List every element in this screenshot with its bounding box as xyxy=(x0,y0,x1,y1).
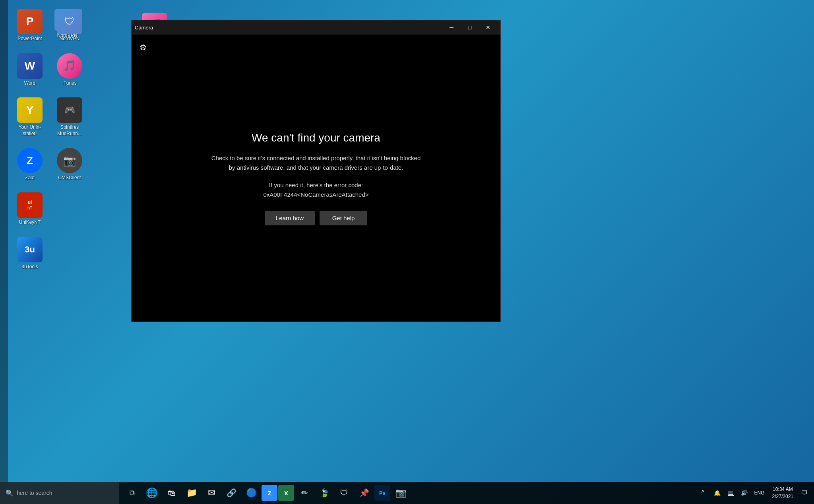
desktop-icon-itunes2[interactable]: 🎵 iTunes xyxy=(48,50,91,90)
cmsclient-icon: 📷 xyxy=(57,148,82,173)
uninstaller-icon: Y xyxy=(17,97,43,123)
learn-how-button[interactable]: Learn how xyxy=(265,211,315,225)
minimize-button[interactable]: ─ xyxy=(442,20,461,35)
close-button[interactable]: ✕ xyxy=(479,20,497,35)
error-description: Check to be sure it's connected and inst… xyxy=(209,153,423,173)
error-content: We can't find your camera Check to be su… xyxy=(201,123,431,233)
error-code-label: If you need it, here's the error code: xyxy=(209,180,423,190)
taskbar-search[interactable]: 🔍 here to search xyxy=(0,482,119,504)
word-icon: W xyxy=(17,53,43,79)
taskbar-explorer-button[interactable]: 📁 xyxy=(182,482,201,504)
error-code-value: 0xA00F4244<NoCamerasAreAttached> xyxy=(209,190,423,200)
settings-button[interactable]: ⚙ xyxy=(138,41,148,54)
nordvpn-icon2: 🛡 xyxy=(57,9,82,34)
tray-chevron[interactable]: ^ xyxy=(697,485,709,501)
uninstaller-label: Your Unin-staller! xyxy=(13,124,47,137)
window-titlebar: Camera ─ □ ✕ xyxy=(132,20,500,35)
spintires-label: Spintires MudRunn... xyxy=(52,124,87,137)
tray-icons-group: 🔔 💻 🔊 ENG xyxy=(711,485,767,501)
taskbar-leaf-button[interactable]: 🍃 xyxy=(315,482,334,504)
desktop: 🛡 NordVPN 🎵 iTunes P PowerPoint W Word Y… xyxy=(0,0,814,504)
desktop-icon-powerpoint[interactable]: P PowerPoint xyxy=(8,6,52,45)
tray-time-value: 10:34 AM xyxy=(773,486,793,493)
tray-network-icon[interactable]: 💻 xyxy=(725,485,737,501)
zalo-icon: Z xyxy=(17,148,43,173)
powerpoint-label: PowerPoint xyxy=(17,36,42,42)
left-icons-col2: 🛡 NordVPN 🎵 iTunes 🎮 Spintires MudRunn..… xyxy=(48,4,91,186)
taskbar-store-button[interactable]: 🛍 xyxy=(162,482,181,504)
itunes-icon2: 🎵 xyxy=(57,53,82,79)
window-body: ⚙ We can't find your camera Check to be … xyxy=(132,35,500,322)
desktop-icon-3utools[interactable]: 3u 3uTools xyxy=(8,234,52,273)
3utools-icon: 3u xyxy=(17,237,43,262)
zalo-label: Zalo xyxy=(25,175,34,181)
camera-window: Camera ─ □ ✕ ⚙ We can't find your camera… xyxy=(131,20,501,322)
maximize-button[interactable]: □ xyxy=(461,20,479,35)
taskbar-pencil-button[interactable]: ✏ xyxy=(295,482,314,504)
tray-date-value: 2/27/2021 xyxy=(772,493,793,500)
tray-notification-icon[interactable]: 🔔 xyxy=(711,485,724,501)
taskbar: 🔍 here to search ⧉ 🌐 🛍 📁 ✉ 🔗 🔵 Z X ✏ 🍃 🛡… xyxy=(0,482,814,504)
nordvpn-label2: NordVPN xyxy=(60,36,80,42)
3utools-label: 3uTools xyxy=(21,264,38,270)
unikey-label: UniKeyNT xyxy=(19,219,41,226)
taskbar-shield-button[interactable]: 🛡 xyxy=(335,482,354,504)
word-label: Word xyxy=(24,80,35,87)
error-buttons: Learn how Get help xyxy=(209,211,423,225)
cmsclient-label: CMSClient xyxy=(58,175,81,181)
error-title: We can't find your camera xyxy=(209,131,423,145)
taskbar-icons: ⧉ 🌐 🛍 📁 ✉ 🔗 🔵 Z X ✏ 🍃 🛡 📌 Ps 📷 xyxy=(122,482,410,504)
taskbar-mail-button[interactable]: ✉ xyxy=(202,482,221,504)
spintires-icon: 🎮 xyxy=(57,97,82,123)
taskbar-photoshop-button[interactable]: Ps xyxy=(374,485,390,501)
desktop-icon-zalo[interactable]: Z Zalo xyxy=(8,145,52,184)
tray-clock[interactable]: 10:34 AM 2/27/2021 xyxy=(769,486,797,500)
taskbar-camera-button[interactable]: 📷 xyxy=(391,482,410,504)
desktop-icon-nordvpn2[interactable]: 🛡 NordVPN xyxy=(48,6,91,45)
taskbar-chrome-button[interactable]: 🔵 xyxy=(242,482,261,504)
taskbar-link-button[interactable]: 🔗 xyxy=(222,482,241,504)
window-title: Camera xyxy=(135,25,153,31)
left-icons-col1: P PowerPoint W Word Y Your Unin-staller!… xyxy=(8,4,52,275)
taskbar-edge-button[interactable]: 🌐 xyxy=(142,482,161,504)
get-help-button[interactable]: Get help xyxy=(320,211,367,225)
desktop-icon-word[interactable]: W Word xyxy=(8,50,52,90)
window-controls: ─ □ ✕ xyxy=(442,20,497,35)
tray-volume-icon[interactable]: 🔊 xyxy=(738,485,751,501)
tray-language-icon[interactable]: ENG xyxy=(752,485,767,501)
taskbar-pin-button[interactable]: 📌 xyxy=(355,482,374,504)
taskbar-taskview-button[interactable]: ⧉ xyxy=(122,482,141,504)
system-tray: ^ 🔔 💻 🔊 ENG 10:34 AM 2/27/2021 🗨 xyxy=(697,482,814,504)
search-icon: 🔍 xyxy=(6,489,14,497)
notification-center-button[interactable]: 🗨 xyxy=(798,482,811,504)
taskbar-excel-button[interactable]: X xyxy=(278,485,294,501)
desktop-icon-spintires[interactable]: 🎮 Spintires MudRunn... xyxy=(48,94,91,140)
error-code-section: If you need it, here's the error code: 0… xyxy=(209,180,423,200)
desktop-icon-unikey[interactable]: ui nT UniKeyNT xyxy=(8,189,52,229)
desktop-icon-cmsclient[interactable]: 📷 CMSClient xyxy=(48,145,91,184)
gear-icon: ⚙ xyxy=(140,43,147,52)
unikey-icon: ui nT xyxy=(17,192,43,218)
search-placeholder-text: here to search xyxy=(17,490,52,496)
itunes-label2: iTunes xyxy=(62,80,77,87)
powerpoint-icon: P xyxy=(17,9,43,34)
desktop-icon-uninstaller[interactable]: Y Your Unin-staller! xyxy=(8,94,52,140)
taskbar-zoom-button[interactable]: Z xyxy=(262,485,277,501)
